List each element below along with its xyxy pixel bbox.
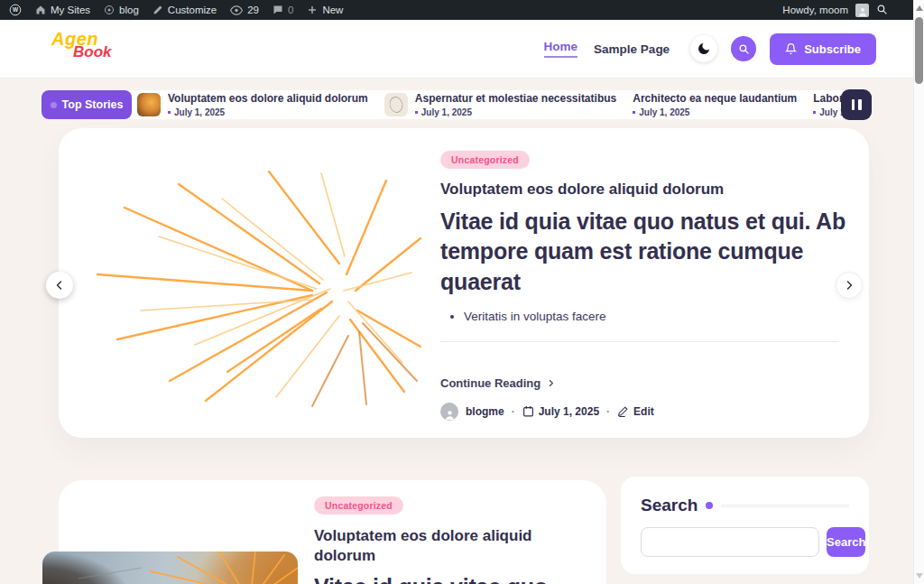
category-badge[interactable]: Uncategorized — [314, 496, 403, 514]
post-title[interactable]: Vitae id quia vitae quo — [314, 574, 587, 584]
views-counter[interactable]: 29 — [230, 5, 259, 15]
author-name[interactable]: blogme — [466, 405, 504, 418]
admin-search-icon[interactable] — [876, 4, 888, 17]
meta-separator: · — [606, 405, 610, 418]
person-icon — [857, 6, 868, 17]
nav-item-home[interactable]: Home — [544, 40, 578, 58]
chevron-right-icon — [547, 379, 555, 387]
plus-icon — [307, 5, 318, 15]
ticker-thumbnail — [137, 93, 161, 116]
cactus-spikes-art — [42, 552, 298, 584]
continue-reading-label: Continue Reading — [440, 376, 541, 390]
views-count: 29 — [247, 5, 259, 15]
ticker-pause-button[interactable] — [841, 89, 872, 120]
comments-counter[interactable]: 0 — [273, 5, 293, 15]
primary-nav: Home Sample Page — [544, 40, 670, 58]
scroll-up-arrow[interactable] — [916, 5, 923, 11]
logo-line-2: Book — [73, 44, 112, 60]
post-meta: blogme · July 1, 2025 · Edit — [440, 403, 851, 421]
ticker-thumbnail — [384, 93, 408, 116]
featured-post-content: Uncategorized Voluptatem eos dolore aliq… — [440, 151, 851, 421]
customize-label: Customize — [168, 5, 217, 15]
site-icon — [104, 5, 115, 15]
search-widget-title: Search — [641, 496, 698, 515]
chevron-left-icon — [54, 280, 65, 291]
meta-separator: · — [512, 405, 515, 418]
post-thumbnail-image[interactable] — [42, 552, 298, 584]
ticker-item-title: Architecto ea neque laudantium — [633, 92, 797, 105]
subscribe-label: Subscribe — [804, 42, 861, 56]
wp-logo-icon[interactable]: W — [9, 4, 22, 16]
ticker-item[interactable]: Voluptatem eos dolore aliquid dolorum Ju… — [137, 92, 368, 116]
nav-item-sample-page[interactable]: Sample Page — [594, 42, 670, 56]
dark-mode-toggle[interactable] — [690, 35, 717, 62]
carousel-next-button[interactable] — [836, 272, 863, 299]
bell-icon — [785, 42, 797, 55]
moon-icon — [697, 42, 711, 56]
site-name-label: blog — [119, 5, 139, 15]
eye-icon — [230, 5, 243, 15]
excerpt-item: Veritatis in voluptas facere — [464, 310, 851, 323]
ticker-item[interactable]: Architecto ea neque laudantium July 1, 2… — [633, 92, 797, 116]
new-label: New — [322, 5, 343, 15]
my-sites-menu[interactable]: My Sites — [35, 5, 90, 15]
header-search-button[interactable] — [731, 36, 756, 61]
edit-label: Edit — [633, 405, 654, 418]
edit-pencil-icon — [617, 405, 629, 417]
site-menu[interactable]: blog — [104, 5, 139, 15]
post-kicker[interactable]: Voluptatem eos dolore aliquid dolorum — [314, 526, 587, 566]
pause-icon — [858, 99, 862, 110]
badge-dot — [51, 102, 57, 108]
pause-icon — [852, 99, 855, 110]
house-icon — [35, 5, 46, 15]
howdy-label[interactable]: Howdy, moom — [782, 5, 848, 15]
search-icon — [738, 43, 750, 55]
ticker-item-title: Aspernatur et molestiae necessitatibus — [415, 92, 616, 105]
wp-admin-bar: W My Sites blog Customize 29 0 — [0, 0, 913, 20]
search-input[interactable] — [641, 527, 819, 557]
top-stories-ticker: Voluptatem eos dolore aliquid dolorum Ju… — [42, 90, 872, 119]
admin-avatar[interactable] — [855, 4, 869, 17]
search-submit-button[interactable]: Search — [827, 527, 865, 557]
search-widget: Search Search — [621, 477, 869, 574]
scroll-down-arrow[interactable] — [916, 573, 923, 579]
ticker-item-date: July 1, 2025 — [633, 107, 797, 117]
heading-rule — [721, 505, 849, 507]
author-avatar[interactable] — [440, 403, 458, 421]
comment-icon — [273, 5, 283, 15]
scrollbar-thumb[interactable] — [915, 17, 923, 84]
post-title[interactable]: Vitae id quia vitae quo natus et qui. Ab… — [440, 207, 848, 297]
continue-reading-link[interactable]: Continue Reading — [440, 376, 555, 390]
person-icon — [444, 409, 456, 421]
ticker-item[interactable]: Aspernatur et molestiae necessitatibus J… — [384, 92, 616, 116]
ticker-item-date: July 1, 2025 — [415, 107, 616, 117]
post-date-label: July 1, 2025 — [539, 405, 599, 418]
new-content-menu[interactable]: New — [307, 5, 343, 15]
edit-post-link[interactable]: Edit — [617, 405, 654, 418]
comments-count: 0 — [288, 5, 293, 15]
svg-text:W: W — [13, 6, 19, 13]
calendar-icon — [522, 405, 534, 417]
post-date: July 1, 2025 — [522, 405, 599, 418]
ticker-item-date: July 1, 2025 — [168, 107, 368, 117]
chevron-right-icon — [844, 280, 855, 291]
site-logo[interactable]: Agen Book — [51, 30, 112, 60]
my-sites-label: My Sites — [51, 5, 90, 15]
post-card-content: Uncategorized Voluptatem eos dolore aliq… — [314, 496, 587, 584]
top-stories-label: Top Stories — [62, 98, 124, 111]
post-kicker[interactable]: Voluptatem eos dolore aliquid dolorum — [440, 181, 851, 199]
page: W My Sites blog Customize 29 0 — [0, 0, 924, 584]
featured-post-image[interactable] — [42, 155, 422, 408]
ticker-item-title: Voluptatem eos dolore aliquid dolorum — [168, 92, 368, 105]
scrollbar[interactable] — [913, 0, 924, 584]
top-stories-badge[interactable]: Top Stories — [42, 90, 132, 119]
subscribe-button[interactable]: Subscribe — [770, 33, 876, 65]
divider — [440, 341, 839, 342]
cactus-spikes-art — [42, 155, 422, 408]
customize-menu[interactable]: Customize — [152, 5, 217, 15]
heading-accent-dot — [706, 502, 713, 509]
category-badge[interactable]: Uncategorized — [440, 151, 530, 169]
ticker-strip: Voluptatem eos dolore aliquid dolorum Ju… — [42, 90, 872, 119]
carousel-prev-button[interactable] — [46, 272, 73, 299]
post-excerpt-list: Veritatis in voluptas facere — [440, 310, 851, 323]
